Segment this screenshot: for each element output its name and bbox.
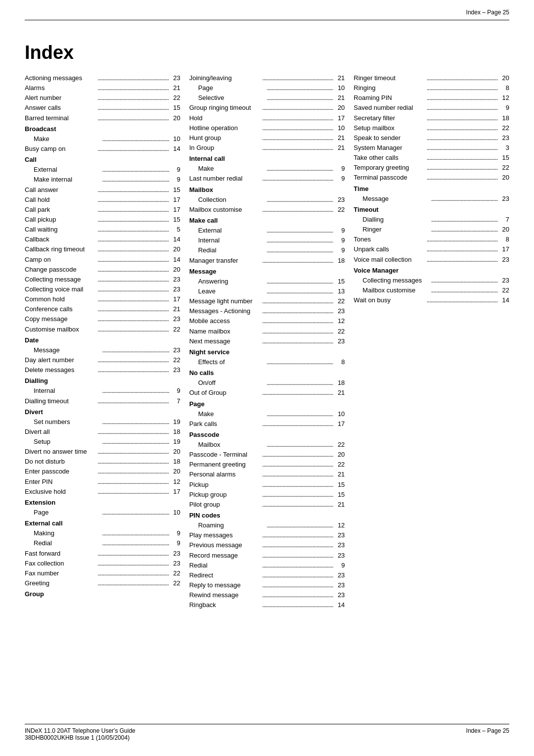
sub-entry-label: Leave [198, 286, 265, 296]
section-header: Broadcast [25, 124, 180, 134]
entry-number: 17 [499, 244, 509, 254]
entry-number: 18 [171, 457, 180, 467]
sub-entry-label: Selective [198, 93, 265, 103]
entry-label: Callback ring timeout [25, 244, 96, 254]
entry-dots: ........................................… [97, 578, 169, 588]
entry-label: Passcode - Terminal [189, 450, 261, 460]
entry-label: Mailbox customise [189, 205, 261, 215]
entry-dots: ........................................… [427, 244, 498, 254]
entry-number: 15 [171, 215, 180, 225]
entry-label: Collecting message [25, 275, 96, 284]
sub-entry-dots: ........................................… [267, 357, 333, 367]
sub-entry-label: Internal [34, 386, 100, 396]
sub-entry-label: Redial [34, 538, 100, 548]
entry-label: System Manager [354, 143, 425, 153]
entry-number: 14 [335, 600, 345, 610]
entry-label: Alarms [25, 83, 96, 93]
list-item: Answering...............................… [189, 277, 345, 286]
sub-entry-dots: ........................................… [267, 378, 333, 388]
top-header: Index – Page 25 [466, 9, 509, 16]
sub-entry-label: Set numbers [34, 417, 100, 427]
list-item: Barred terminal.........................… [25, 113, 180, 123]
entry-label: Divert no answer time [25, 447, 96, 457]
entry-label: Do not disturb [25, 457, 96, 467]
entry-number: 23 [499, 255, 509, 265]
list-item: Next message............................… [189, 336, 345, 346]
entry-dots: ........................................… [97, 304, 169, 314]
entry-dots: ........................................… [262, 470, 333, 479]
sub-entry-label: Mailbox customise [362, 285, 429, 295]
entry-dots: ........................................… [97, 144, 169, 154]
sub-entry-dots: ........................................… [102, 538, 169, 548]
list-item: Collecting messages.....................… [354, 276, 509, 285]
list-item: Making..................................… [25, 528, 180, 538]
list-item: Ringing.................................… [354, 83, 509, 93]
entry-dots: ........................................… [97, 225, 169, 235]
sub-entry-label: Internal [198, 236, 265, 245]
sub-entry-number: 9 [335, 226, 345, 236]
entry-dots: ........................................… [97, 314, 169, 324]
entry-dots: ........................................… [427, 173, 498, 183]
list-item: Pickup group............................… [189, 490, 345, 500]
sub-entry-number: 10 [335, 409, 345, 419]
sub-entry-label: External [34, 165, 100, 175]
entry-dots: ........................................… [262, 327, 333, 336]
entry-number: 20 [335, 450, 345, 460]
list-item: Last number redial......................… [189, 174, 345, 184]
list-item: Record message..........................… [189, 551, 345, 561]
entry-dots: ........................................… [427, 295, 498, 305]
list-item: Busy camp on............................… [25, 144, 180, 154]
entry-dots: ........................................… [97, 73, 169, 83]
list-item: Set numbers.............................… [25, 417, 180, 427]
entry-label: Answer calls [25, 103, 96, 113]
sub-entry-dots: ........................................… [267, 226, 333, 236]
sub-entry-number: 9 [171, 165, 180, 175]
sub-entry-number: 23 [499, 194, 509, 204]
entry-dots: ........................................… [97, 93, 169, 103]
list-item: Camp on.................................… [25, 255, 180, 265]
column-3: Ringer timeout..........................… [354, 73, 509, 610]
list-item: Enter PIN...............................… [25, 477, 180, 487]
entry-dots: ........................................… [262, 296, 333, 306]
entry-label: Reply to message [189, 580, 261, 590]
list-item: Take other calls........................… [354, 153, 509, 163]
entry-number: 12 [499, 93, 509, 103]
sub-entry-dots: ........................................… [102, 134, 169, 144]
entry-dots: ........................................… [262, 133, 333, 143]
entry-number: 23 [171, 549, 180, 559]
list-item: External................................… [189, 226, 345, 236]
entry-label: Personal alarms [189, 470, 261, 479]
sub-entry-label: Collecting messages [362, 276, 429, 285]
footer-left-line2: 38DHB0002UKHB Issue 1 (10/05/2004) [25, 734, 135, 741]
list-item: Roaming PIN.............................… [354, 93, 509, 103]
top-divider [25, 20, 509, 20]
entry-label: Ringback [189, 600, 261, 610]
entry-number: 20 [171, 447, 180, 457]
entry-dots: ........................................… [262, 174, 333, 184]
entry-dots: ........................................… [427, 235, 498, 244]
sub-entry-number: 8 [335, 357, 345, 367]
sub-entry-dots: ........................................… [102, 165, 169, 175]
section-header: Group [25, 589, 180, 599]
entry-label: Roaming PIN [354, 93, 425, 103]
entry-number: 23 [171, 365, 180, 375]
entry-number: 22 [335, 327, 345, 336]
entry-number: 23 [335, 570, 345, 580]
entry-label: Redial [189, 561, 261, 570]
entry-number: 18 [499, 113, 509, 123]
entry-label: Out of Group [189, 388, 261, 398]
list-item: In Group................................… [189, 143, 345, 153]
entry-dots: ........................................… [262, 490, 333, 500]
entry-dots: ........................................… [262, 570, 333, 580]
list-item: Mobile access...........................… [189, 316, 345, 326]
entry-dots: ........................................… [97, 113, 169, 123]
entry-label: Record message [189, 551, 261, 561]
list-item: Setup...................................… [25, 437, 180, 447]
entry-number: 21 [171, 83, 180, 93]
list-item: Hunt group..............................… [189, 133, 345, 143]
entry-number: 23 [335, 540, 345, 550]
entry-dots: ........................................… [97, 487, 169, 497]
list-item: Permanent greeting......................… [189, 460, 345, 470]
entry-label: Delete messages [25, 365, 96, 375]
entry-number: 20 [499, 73, 509, 83]
